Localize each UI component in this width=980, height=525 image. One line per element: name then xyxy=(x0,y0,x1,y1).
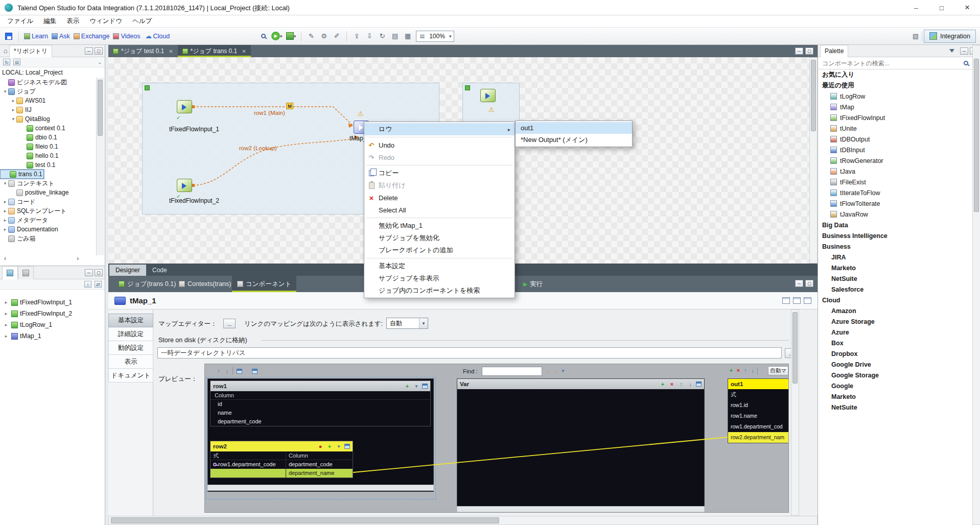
palette-item-tFlowToIterate[interactable]: tFlowToIterate xyxy=(818,198,980,209)
ask-link[interactable]: Ask xyxy=(52,33,70,40)
run-dropdown-icon[interactable]: ▾ xyxy=(280,34,283,39)
component-scrollbar-thumb[interactable] xyxy=(792,312,798,384)
canvas-vertical-scrollbar[interactable] xyxy=(809,57,818,264)
minimize-button[interactable] xyxy=(903,0,929,15)
palette-item-tDBInput[interactable]: tDBInput xyxy=(818,145,980,155)
run-grid-button[interactable]: ▾ xyxy=(286,32,296,40)
edit-pencil-icon[interactable]: ✎ xyxy=(307,32,316,41)
add-column-icon[interactable]: + xyxy=(326,443,333,450)
detail-icon[interactable]: ▤ xyxy=(390,32,400,41)
palette-subsection-marketo[interactable]: Marketo xyxy=(818,262,980,273)
columns-view-icon[interactable] xyxy=(804,297,811,304)
palette-subsection-box[interactable]: Box xyxy=(818,338,980,348)
find-input[interactable] xyxy=(482,367,542,376)
tFixedFlowInput-2-component[interactable] xyxy=(177,179,192,192)
expander-closed-icon[interactable] xyxy=(10,107,16,112)
repo-item-hello01[interactable]: hello 0.1 xyxy=(0,151,105,160)
perspective-integration-button[interactable]: Integration xyxy=(924,30,976,43)
outline-item[interactable]: tFixedFlowInput_1 xyxy=(0,297,105,308)
output-down-icon[interactable] xyxy=(749,367,756,374)
menu-item-deactivate[interactable]: 無効化 tMap_1 xyxy=(364,220,515,232)
repo-item-recycle-bin[interactable]: ごみ箱 xyxy=(0,234,105,243)
mapping-display-select[interactable]: 自動 ▾ xyxy=(386,318,428,329)
palette-item-tFixedFlowInput[interactable]: tFixedFlowInput xyxy=(818,112,980,123)
submenu-item-new-output[interactable]: *New Output* (メイン) xyxy=(516,134,632,146)
palette-subsection-netsuite[interactable]: NetSuite xyxy=(818,273,980,284)
palette-item-tRowGenerator[interactable]: tRowGenerator xyxy=(818,155,980,166)
row2-row[interactable]: row1.department_code department_code xyxy=(211,460,353,469)
zoom-tool-icon[interactable] xyxy=(259,32,268,41)
menu-item-basic-settings[interactable]: 基本設定 xyxy=(364,260,515,272)
expression-cell[interactable] xyxy=(211,469,286,478)
grid-view-icon[interactable] xyxy=(793,297,801,304)
column-cell[interactable]: department_name xyxy=(286,469,353,478)
close-button[interactable] xyxy=(954,0,980,15)
out1-row-highlighted[interactable]: row2.department_nam xyxy=(728,432,789,443)
minimize-view-button[interactable]: ─ xyxy=(85,269,93,276)
move-up-icon[interactable] xyxy=(215,367,222,374)
modify-icon[interactable]: ✐ xyxy=(332,32,341,41)
palette-subsection-jira[interactable]: JIRA xyxy=(818,252,980,262)
expander-closed-icon[interactable] xyxy=(2,227,8,232)
palette-tab[interactable]: Palette xyxy=(820,45,848,57)
exchange-link[interactable]: Exchange xyxy=(74,33,110,40)
palette-item-tIterateToFlow[interactable]: tIterateToFlow xyxy=(818,187,980,198)
var-panel-scrollbar[interactable] xyxy=(457,506,705,512)
palette-search-input[interactable] xyxy=(822,60,964,67)
palette-section-business-intelligence[interactable]: Business Intelligence xyxy=(818,230,980,241)
maximize-button[interactable] xyxy=(929,0,954,15)
out1-row[interactable]: row1.id xyxy=(728,400,789,411)
component-label[interactable]: tFixedFlowInput_2 xyxy=(153,197,235,204)
expander-open-icon[interactable] xyxy=(2,89,8,94)
cloud-link[interactable]: Cloud xyxy=(144,32,170,41)
detach-window-icon[interactable] xyxy=(696,381,702,387)
add-column-icon[interactable]: + xyxy=(404,383,411,390)
repo-item-test01[interactable]: test 0.1 xyxy=(0,160,105,170)
palette-filter-icon[interactable] xyxy=(949,49,954,55)
repo-item-context01[interactable]: context 0.1 xyxy=(0,124,105,133)
palette-subsection-azure-storage[interactable]: Azure Storage xyxy=(818,316,980,327)
palette-section-business[interactable]: Business xyxy=(818,241,980,252)
import-icon[interactable]: ⇩ xyxy=(365,32,374,41)
expander-closed-icon[interactable] xyxy=(2,208,8,213)
repo-item-code[interactable]: コード xyxy=(0,197,105,206)
zoom-dropdown-icon[interactable]: ▾ xyxy=(449,34,452,39)
palette-subsection-marketo2[interactable]: Marketo xyxy=(818,391,980,402)
menu-item-copy[interactable]: コピー xyxy=(364,167,515,179)
menu-item-add-breakpoint[interactable]: ブレークポイントの追加 xyxy=(364,244,515,256)
tab-basic-settings[interactable]: 基本設定 xyxy=(108,314,153,327)
preview-row1-table[interactable]: row1 + Column id name department_code xyxy=(210,380,431,426)
tab-run-view[interactable]: 実行 xyxy=(518,276,548,292)
palette-item-tUnite[interactable]: tUnite xyxy=(818,123,980,134)
tab-designer[interactable]: Designer xyxy=(109,265,146,276)
outline-item[interactable]: tFixedFlowInput_2 xyxy=(0,308,105,319)
palette-item-tFileExist[interactable]: tFileExist xyxy=(818,177,980,187)
menu-edit[interactable]: 編集 xyxy=(38,15,61,27)
menu-item-delete[interactable]: Delete xyxy=(364,192,515,204)
palette-section-favorites[interactable]: お気に入り xyxy=(818,69,980,80)
palette-subsection-google[interactable]: Google xyxy=(818,380,980,391)
settings-gear-icon[interactable]: ⚙ xyxy=(319,32,329,41)
capture-icon[interactable]: ▦ xyxy=(403,32,412,41)
expression-cell[interactable]: row1.department_code xyxy=(211,460,286,469)
detach-window-icon[interactable] xyxy=(344,444,350,449)
expander-closed-icon[interactable] xyxy=(3,322,9,327)
menu-item-hide-subjob[interactable]: サブジョブを非表示 xyxy=(364,272,515,284)
collapse-all-icon[interactable]: ⊟ xyxy=(13,59,20,65)
select-chevron-icon[interactable]: ▾ xyxy=(419,318,428,328)
window-layout2-icon[interactable] xyxy=(252,369,258,374)
expander-closed-icon[interactable] xyxy=(3,300,9,305)
var-up-icon[interactable] xyxy=(678,380,685,388)
secondary-view-tab[interactable] xyxy=(18,266,34,279)
detach-window-icon[interactable] xyxy=(422,384,428,389)
column-cell[interactable]: department_code xyxy=(286,460,353,469)
remove-output-icon[interactable]: × xyxy=(735,367,742,374)
row1-column[interactable]: id xyxy=(211,400,430,409)
learn-link[interactable]: Learn xyxy=(24,33,48,40)
subjob2-component[interactable] xyxy=(480,89,496,102)
menu-view[interactable]: 表示 xyxy=(61,15,84,27)
view-menu-chevron-icon[interactable]: ⌄ xyxy=(98,60,102,65)
expander-closed-icon[interactable] xyxy=(3,311,9,316)
join-model-icon[interactable]: ● xyxy=(317,443,324,450)
find-next-icon[interactable] xyxy=(552,367,559,374)
